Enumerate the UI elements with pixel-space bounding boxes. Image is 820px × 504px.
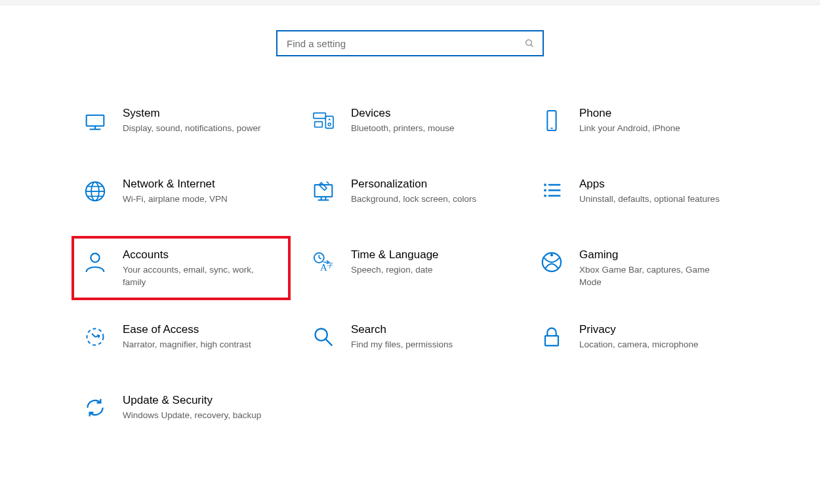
tile-title: Devices	[351, 106, 455, 121]
tile-title: Privacy	[579, 322, 699, 337]
tile-title: Accounts	[123, 248, 264, 262]
settings-tile-accounts[interactable]: AccountsYour accounts, email, sync, work…	[72, 236, 291, 300]
settings-grid: SystemDisplay, sound, notifications, pow…	[75, 104, 745, 433]
settings-tile-privacy[interactable]: PrivacyLocation, camera, microphone	[532, 320, 745, 362]
svg-line-1	[531, 45, 533, 47]
tile-title: Time & Language	[351, 248, 439, 262]
tile-desc: Wi-Fi, airplane mode, VPN	[123, 193, 228, 205]
phone-icon	[539, 107, 565, 134]
settings-tile-phone[interactable]: PhoneLink your Android, iPhone	[532, 104, 745, 145]
svg-point-0	[526, 40, 532, 46]
search-icon	[524, 38, 535, 48]
settings-tile-devices[interactable]: DevicesBluetooth, printers, mouse	[304, 104, 516, 145]
tile-desc: Bluetooth, printers, mouse	[351, 122, 455, 134]
accounts-icon	[82, 249, 108, 275]
search-input[interactable]	[285, 37, 524, 50]
tile-desc: Narrator, magnifier, high contrast	[123, 338, 251, 351]
tile-title: Search	[351, 322, 453, 337]
settings-tile-personal[interactable]: PersonalizationBackground, lock screen, …	[304, 174, 516, 216]
tile-title: System	[123, 106, 261, 121]
tile-desc: Link your Android, iPhone	[579, 122, 680, 134]
tile-desc: Xbox Game Bar, captures, Game Mode	[579, 263, 720, 288]
settings-tile-ease[interactable]: Ease of AccessNarrator, magnifier, high …	[75, 320, 288, 362]
tile-desc: Display, sound, notifications, power	[123, 122, 261, 134]
settings-tile-apps[interactable]: AppsUninstall, defaults, optional featur…	[532, 174, 745, 216]
tile-desc: Find my files, permissions	[351, 338, 453, 351]
settings-tile-time[interactable]: Time & LanguageSpeech, region, date	[304, 245, 516, 291]
system-icon	[82, 107, 108, 134]
tile-title: Gaming	[579, 248, 720, 262]
search-icon	[310, 324, 337, 350]
tile-desc: Uninstall, defaults, optional features	[579, 193, 720, 205]
ease-icon	[82, 324, 108, 350]
settings-tile-gaming[interactable]: GamingXbox Game Bar, captures, Game Mode	[532, 245, 745, 291]
tile-title: Update & Security	[123, 393, 261, 408]
apps-icon	[539, 178, 565, 204]
settings-tile-network[interactable]: Network & InternetWi-Fi, airplane mode, …	[75, 174, 288, 216]
update-icon	[82, 395, 108, 421]
tile-desc: Speech, region, date	[351, 263, 439, 276]
tile-title: Personalization	[351, 177, 476, 191]
tile-desc: Location, camera, microphone	[579, 338, 699, 351]
tile-title: Phone	[579, 106, 680, 121]
settings-tile-system[interactable]: SystemDisplay, sound, notifications, pow…	[75, 104, 288, 145]
tile-desc: Windows Update, recovery, backup	[123, 409, 261, 421]
privacy-icon	[539, 324, 565, 350]
tile-title: Apps	[579, 177, 720, 191]
settings-tile-update[interactable]: Update & SecurityWindows Update, recover…	[75, 391, 288, 433]
window-top-strip	[0, 0, 820, 5]
tile-title: Network & Internet	[123, 177, 228, 191]
time-icon	[310, 249, 337, 275]
personal-icon	[310, 178, 337, 204]
network-icon	[82, 178, 108, 204]
gaming-icon	[539, 249, 565, 275]
tile-title: Ease of Access	[123, 322, 251, 337]
tile-desc: Background, lock screen, colors	[351, 193, 476, 205]
devices-icon	[310, 107, 337, 134]
settings-tile-search[interactable]: SearchFind my files, permissions	[304, 320, 516, 362]
search-box[interactable]	[276, 30, 544, 56]
tile-desc: Your accounts, email, sync, work, family	[123, 263, 264, 288]
